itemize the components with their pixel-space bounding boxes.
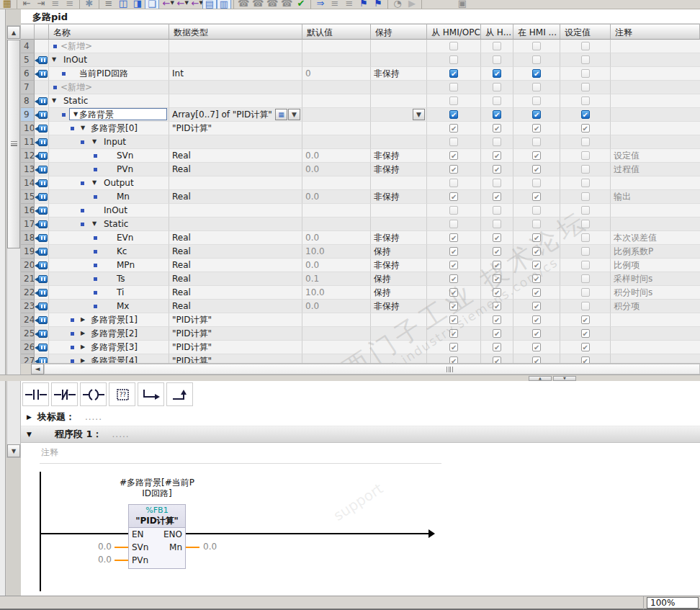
retain-cell[interactable] — [371, 217, 427, 231]
variable-name[interactable]: MPn — [49, 259, 135, 272]
variable-name[interactable]: Output — [49, 176, 134, 189]
in-hmi-checkbox[interactable] — [532, 83, 541, 91]
outline-expand-icon[interactable]: ≡ — [342, 0, 356, 9]
hmi-opc-checkbox[interactable] — [449, 151, 458, 160]
comment-cell[interactable] — [611, 341, 700, 354]
comments-toggle-icon[interactable]: ❑ — [145, 0, 159, 9]
default-value-cell[interactable] — [302, 204, 371, 217]
data-type-cell[interactable]: Real — [169, 231, 302, 245]
horizontal-scrollbar[interactable]: ◄ — [21, 363, 700, 374]
split-window-icon[interactable]: ◨ — [130, 0, 145, 9]
row-number[interactable]: 13 — [21, 163, 35, 176]
name-cell[interactable]: Ti — [49, 286, 169, 300]
from-hmi-checkbox[interactable] — [493, 302, 501, 310]
call-hierarchy-icon[interactable]: ☎ — [279, 0, 294, 9]
default-value-cell[interactable] — [302, 327, 371, 341]
symbolic-view-toggle-icon[interactable]: ▥ — [217, 0, 231, 9]
hmi-opc-checkbox[interactable] — [449, 206, 458, 215]
retain-cell[interactable]: 非保持 — [371, 300, 427, 313]
default-value-cell[interactable] — [302, 341, 371, 354]
row-number[interactable]: 25 — [21, 327, 35, 341]
variable-name[interactable]: <新增> — [49, 40, 92, 53]
splitter-collapse-down-button[interactable]: ▼ — [553, 376, 576, 381]
column-header[interactable]: 默认值 — [302, 24, 371, 40]
retain-cell[interactable] — [371, 94, 427, 108]
in-hmi-checkbox[interactable] — [532, 356, 541, 363]
coil-button[interactable] — [80, 382, 107, 406]
comment-cell[interactable]: 过程值 — [611, 163, 700, 176]
hmi-opc-checkbox[interactable] — [449, 356, 458, 363]
data-type-cell[interactable] — [169, 81, 302, 94]
from-hmi-checkbox[interactable] — [493, 192, 501, 201]
row-number[interactable]: 24 — [21, 313, 35, 327]
variable-name[interactable]: Kc — [49, 245, 127, 258]
from-hmi-checkbox[interactable] — [493, 55, 501, 64]
comment-cell[interactable] — [611, 81, 700, 94]
update-interface-icon[interactable]: ←▼ — [188, 0, 202, 9]
hmi-opc-checkbox[interactable] — [449, 165, 458, 174]
scroll-left-button[interactable]: ◄ — [31, 364, 44, 374]
in-hmi-checkbox[interactable] — [532, 247, 541, 256]
name-cell[interactable]: PVn — [49, 163, 169, 176]
outline-collapse-icon[interactable]: ≡ — [328, 0, 342, 9]
setpoint-checkbox[interactable] — [581, 151, 590, 160]
setpoint-checkbox[interactable] — [581, 343, 590, 351]
in-hmi-checkbox[interactable] — [532, 97, 541, 105]
retain-cell[interactable]: 保持 — [371, 286, 427, 300]
row-number[interactable]: 4 — [21, 40, 35, 53]
row-number[interactable]: 23 — [21, 300, 35, 313]
pane-splitter[interactable]: ▲ ▼ — [0, 374, 700, 381]
scroll-up-button[interactable]: ▲ — [7, 26, 20, 39]
name-cell[interactable]: ▼Static — [49, 217, 169, 231]
in-hmi-checkbox[interactable] — [532, 288, 541, 297]
data-type-cell[interactable]: "PID计算" — [169, 341, 302, 354]
zoom-level-control[interactable]: 100% — [647, 597, 699, 609]
from-hmi-checkbox[interactable] — [493, 83, 501, 91]
row-number[interactable]: 17 — [21, 217, 35, 231]
in-hmi-checkbox[interactable] — [532, 343, 541, 351]
hmi-opc-checkbox[interactable] — [449, 55, 458, 64]
name-cell[interactable]: ▶多路背景[3] — [49, 341, 169, 354]
monitor-value-icon[interactable]: ◔ — [390, 0, 405, 9]
row-number[interactable]: 9 — [21, 108, 35, 122]
comment-cell[interactable] — [611, 176, 700, 190]
comment-cell[interactable] — [611, 217, 700, 231]
comment-cell[interactable] — [611, 313, 700, 327]
setpoint-checkbox[interactable] — [581, 261, 590, 269]
hmi-opc-checkbox[interactable] — [449, 69, 458, 78]
hmi-opc-checkbox[interactable] — [449, 247, 458, 256]
row-number[interactable]: 26 — [21, 341, 35, 354]
default-value-cell[interactable]: 10.0 — [302, 245, 371, 259]
scroll-down-button[interactable]: ▼ — [7, 444, 20, 457]
network-1-header[interactable]: ▼ 程序段 1： ..... — [21, 426, 700, 443]
name-cell[interactable]: Mx — [49, 300, 169, 313]
in-hmi-checkbox[interactable] — [532, 151, 541, 160]
retain-dropdown-button[interactable]: ▼ — [413, 109, 425, 120]
start-simulation-icon[interactable]: ▶ — [405, 0, 419, 9]
splitter-collapse-up-button[interactable]: ▲ — [529, 376, 552, 381]
variable-name[interactable]: 多路背景[4] — [49, 354, 138, 363]
hmi-opc-checkbox[interactable] — [449, 192, 458, 201]
hmi-opc-checkbox[interactable] — [449, 343, 458, 351]
setpoint-checkbox[interactable] — [581, 138, 590, 146]
retain-cell[interactable] — [371, 313, 427, 327]
hmi-opc-checkbox[interactable] — [449, 329, 458, 338]
name-cell[interactable]: Ts — [49, 272, 169, 286]
setpoint-checkbox[interactable] — [581, 42, 590, 50]
column-header[interactable]: 从 HMI/OPC.. — [427, 24, 481, 40]
comment-cell[interactable] — [611, 122, 700, 135]
in-hmi-checkbox[interactable] — [532, 315, 541, 324]
name-cell[interactable]: MPn — [49, 259, 169, 272]
setpoint-checkbox[interactable] — [581, 274, 590, 283]
block-title-placeholder[interactable]: ..... — [85, 412, 102, 422]
variable-name[interactable]: <新增> — [49, 81, 92, 94]
hmi-opc-checkbox[interactable] — [449, 288, 458, 297]
reset-start-values-icon[interactable]: ✱ — [82, 0, 97, 9]
default-value-cell[interactable]: 0.0 — [302, 231, 371, 245]
comment-cell[interactable] — [611, 94, 700, 108]
expand-window-icon[interactable]: ◫ — [116, 0, 130, 9]
name-cell[interactable]: Kc — [49, 245, 169, 259]
in-hmi-checkbox[interactable] — [532, 329, 541, 338]
name-cell[interactable]: <新增> — [49, 40, 169, 53]
default-value-cell[interactable]: 0.0 — [302, 190, 371, 204]
